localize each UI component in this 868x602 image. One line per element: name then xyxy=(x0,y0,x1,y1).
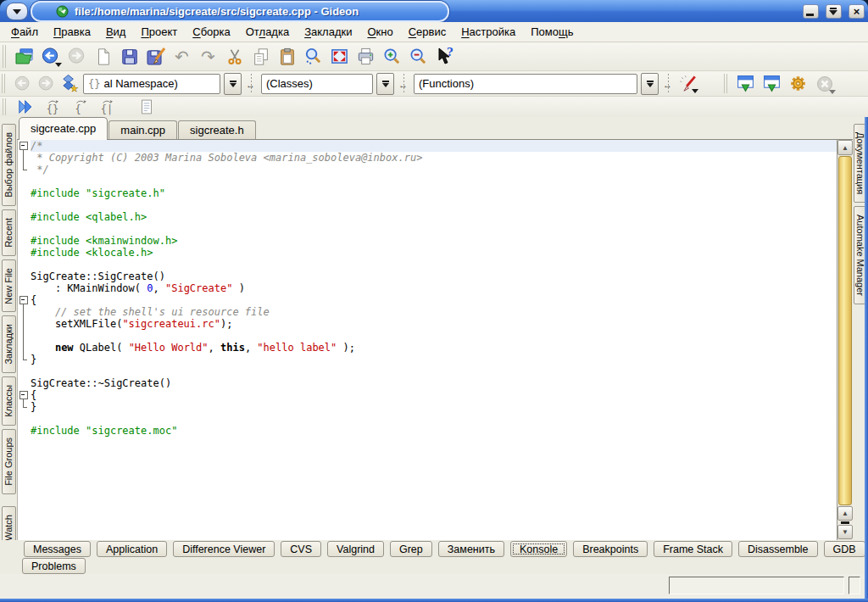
find-button[interactable] xyxy=(302,45,325,68)
code-line-12[interactable]: SigCreate::SigCreate() xyxy=(18,270,837,282)
menu-bookmarks[interactable]: Закладки xyxy=(297,24,359,40)
code-line-18[interactable]: new QLabel( "Hello World", this, "hello … xyxy=(18,342,837,354)
build-target-button[interactable] xyxy=(734,72,757,95)
fold-marker[interactable] xyxy=(18,140,31,152)
menu-file[interactable]: Файл xyxy=(3,24,46,40)
toolbar-handle[interactable] xyxy=(3,45,8,67)
print-button[interactable] xyxy=(354,45,377,68)
toolbar-splitter[interactable]: ↔ xyxy=(662,74,675,94)
toolview-tab-выбор-файлов[interactable]: Выбор файлов xyxy=(2,124,16,206)
bottom-tab-disassemble[interactable]: Disassemble xyxy=(738,541,818,557)
code-line-3[interactable]: */ xyxy=(18,164,837,176)
menu-project[interactable]: Проект xyxy=(133,24,185,40)
fold-marker[interactable] xyxy=(18,294,31,306)
toolbar-handle[interactable] xyxy=(724,74,729,93)
functions-combo[interactable]: (Functions) xyxy=(414,74,637,94)
menu-view[interactable]: Вид xyxy=(98,24,134,40)
code-line-25[interactable]: #include "sigcreate.moc" xyxy=(18,425,837,437)
classes-combo[interactable]: (Classes) xyxy=(261,74,373,94)
scroll-up-button-2[interactable]: ▲ xyxy=(837,506,853,521)
save-button[interactable] xyxy=(118,45,141,68)
scrollbar-thumb[interactable] xyxy=(838,156,852,505)
code-view[interactable]: /* * Copyright (C) 2003 Marina Soboleva … xyxy=(18,140,837,540)
quickopen-button[interactable] xyxy=(16,97,36,117)
whats-this-button[interactable]: ? xyxy=(433,45,456,68)
code-line-6[interactable] xyxy=(18,199,837,211)
back-dropdown-arrow[interactable] xyxy=(55,63,62,67)
classes-combo-dropdown[interactable] xyxy=(376,73,394,95)
class-browser-button[interactable]: ★ xyxy=(59,74,80,94)
code-line-23[interactable]: } xyxy=(18,401,837,413)
redo-button[interactable]: ↷ xyxy=(197,45,220,68)
code-line-19[interactable]: } xyxy=(18,354,837,365)
toolbar-splitter[interactable]: ↔ xyxy=(398,74,410,94)
menu-settings[interactable]: Настройка xyxy=(453,24,523,40)
complete-text-button[interactable]: { xyxy=(70,97,91,117)
menu-edit[interactable]: Правка xyxy=(46,24,98,40)
open-file-button[interactable] xyxy=(13,45,36,68)
save-as-button[interactable] xyxy=(144,45,167,68)
cut-button[interactable] xyxy=(223,45,246,68)
copy-button[interactable] xyxy=(249,45,272,68)
paste-button[interactable] xyxy=(275,45,298,68)
editor-tab-sigcreate-cpp[interactable]: sigcreate.cpp xyxy=(19,117,108,140)
toolview-tab-file-groups[interactable]: File Groups xyxy=(2,429,16,494)
bottom-tab-konsole[interactable]: Konsole xyxy=(510,541,567,557)
toolview-tab-new-file[interactable]: New File xyxy=(2,259,16,313)
forward-button[interactable] xyxy=(65,45,88,68)
new-file-button[interactable] xyxy=(92,45,114,68)
code-line-22[interactable]: { xyxy=(18,389,837,401)
file-list-button[interactable] xyxy=(136,97,157,117)
bottom-tab-problems[interactable]: Problems xyxy=(22,558,86,574)
bottom-tab-messages[interactable]: Messages xyxy=(24,541,91,557)
toolbar-handle[interactable] xyxy=(2,74,7,93)
menu-build[interactable]: Сборка xyxy=(185,24,238,40)
stop-button[interactable] xyxy=(813,72,836,95)
code-line-24[interactable] xyxy=(18,413,837,425)
code-line-7[interactable]: #include <qlabel.h> xyxy=(18,211,837,223)
menu-help[interactable]: Помощь xyxy=(523,24,581,40)
code-line-20[interactable] xyxy=(18,365,837,377)
fold-marker[interactable] xyxy=(18,389,31,401)
functions-combo-dropdown[interactable] xyxy=(641,73,659,95)
bottom-tab-application[interactable]: Application xyxy=(97,541,167,557)
maximize-button[interactable] xyxy=(826,4,842,19)
back-button[interactable] xyxy=(39,45,62,68)
zoom-out-button[interactable] xyxy=(407,45,430,68)
bottom-tab-breakpoints[interactable]: Breakpoints xyxy=(573,541,648,557)
fullscreen-button[interactable] xyxy=(328,45,351,68)
bottom-tab-cvs[interactable]: CVS xyxy=(281,541,321,557)
stop-dropdown-arrow[interactable] xyxy=(829,90,836,94)
toolview-tab-закладки[interactable]: Закладки xyxy=(2,315,16,373)
code-line-4[interactable] xyxy=(18,176,837,187)
scroll-down-button[interactable]: ▼ xyxy=(837,525,853,539)
code-line-5[interactable]: #include "sigcreate.h" xyxy=(18,187,837,199)
code-line-9[interactable]: #include <kmainwindow.h> xyxy=(18,235,837,247)
undo-button[interactable]: ↶ xyxy=(170,45,193,68)
bottom-tab-difference-viewer[interactable]: Difference Viewer xyxy=(173,541,275,557)
code-line-11[interactable] xyxy=(18,259,837,270)
expand-text-button[interactable]: {| xyxy=(97,97,118,117)
code-line-15[interactable]: // set the shell's ui resource file xyxy=(18,306,837,318)
scroll-up-button[interactable]: ▲ xyxy=(837,140,853,155)
toolbar-splitter[interactable]: ↔ xyxy=(245,74,258,94)
editor-tab-sigcreate-h[interactable]: sigcreate.h xyxy=(178,120,256,139)
namespace-combo-dropdown[interactable] xyxy=(224,73,242,95)
code-line-10[interactable]: #include <klocale.h> xyxy=(18,247,837,259)
execute-button[interactable] xyxy=(787,72,810,95)
formatting-dropdown-arrow[interactable] xyxy=(692,89,698,93)
formatting-button[interactable] xyxy=(678,74,698,94)
zoom-in-button[interactable] xyxy=(381,45,403,68)
bottom-tab-valgrind[interactable]: Valgrind xyxy=(327,541,384,557)
close-button[interactable]: × xyxy=(849,4,865,19)
code-line-1[interactable]: /* xyxy=(18,140,837,152)
title-bar[interactable]: file:/home/marina/sigcreate/src/sigcreat… xyxy=(0,0,868,22)
nav-forward-button[interactable] xyxy=(36,74,56,94)
reformat-source-button[interactable]: {} xyxy=(43,97,64,117)
toolview-tab-recent[interactable]: Recent xyxy=(2,209,16,256)
vertical-scrollbar[interactable]: ▲ ▲ ▼ xyxy=(837,140,853,540)
code-line-13[interactable]: : KMainWindow( 0, "SigCreate" ) xyxy=(18,282,837,294)
toolview-tab-классы[interactable]: Классы xyxy=(2,376,16,426)
bottom-tab-заменить[interactable]: Заменить xyxy=(438,541,504,557)
editor-tab-main-cpp[interactable]: main.cpp xyxy=(108,120,177,139)
